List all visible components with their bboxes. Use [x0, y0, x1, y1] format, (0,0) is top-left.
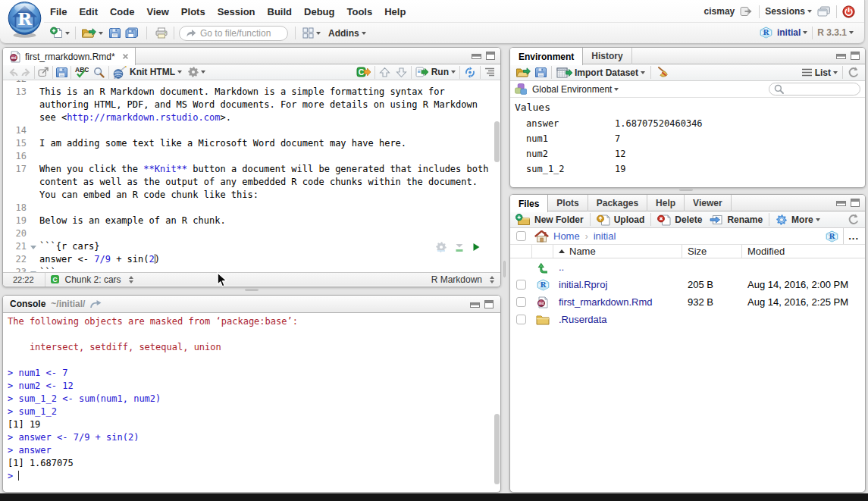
tab-history[interactable]: History — [583, 48, 631, 64]
back-icon[interactable] — [8, 67, 19, 77]
menu-tools[interactable]: Tools — [340, 6, 378, 17]
new-file-button[interactable] — [50, 27, 70, 39]
column-header-size[interactable]: Size — [682, 245, 742, 258]
column-header-modified[interactable]: Modified — [742, 245, 865, 258]
breadcrumb-folder[interactable]: initial — [594, 230, 616, 242]
menu-plots[interactable]: Plots — [175, 6, 212, 17]
upload-button[interactable]: Upload — [597, 214, 645, 226]
splitter-source-console[interactable] — [245, 289, 259, 291]
menu-session[interactable]: Session — [212, 6, 262, 17]
file-row-initial-Rproj[interactable]: R initial.Rproj205 BAug 14, 2016, 2:00 P… — [510, 276, 865, 293]
menu-help[interactable]: Help — [378, 6, 412, 17]
file-checkbox[interactable] — [516, 280, 526, 290]
file-name-link[interactable]: first_rmarkdown.Rmd — [559, 296, 653, 308]
save-icon[interactable] — [109, 27, 121, 39]
tab-packages[interactable]: Packages — [588, 195, 647, 211]
editor-scrollbar[interactable] — [494, 121, 500, 162]
environment-search[interactable] — [769, 83, 860, 96]
sign-out-icon[interactable] — [740, 6, 754, 17]
prev-chunk-icon[interactable] — [379, 67, 390, 78]
goto-file-search[interactable]: Go to file/function — [179, 26, 288, 41]
path-ellipsis-button[interactable]: ... — [848, 230, 859, 242]
fold-arrow-icon[interactable] — [30, 246, 36, 249]
clear-workspace-icon[interactable] — [656, 67, 669, 79]
spellcheck-icon[interactable]: ABC — [74, 66, 89, 78]
variable-row-answer[interactable]: answer1.68707520460346 — [510, 116, 865, 131]
menu-edit[interactable]: Edit — [73, 6, 104, 17]
menu-code[interactable]: Code — [104, 6, 141, 17]
fold-arrow-icon[interactable] — [30, 271, 36, 272]
addins-menu[interactable]: Addins — [328, 28, 366, 39]
knit-settings-button[interactable] — [188, 67, 205, 77]
sessions-menu[interactable]: Sessions — [765, 6, 812, 17]
new-session-icon[interactable] — [817, 6, 831, 17]
console-output[interactable]: The following objects are masked from ‘p… — [3, 313, 500, 492]
refresh-icon[interactable] — [848, 67, 860, 79]
tab-files[interactable]: Files — [510, 195, 548, 212]
breadcrumb-home[interactable]: Home — [553, 230, 580, 242]
load-workspace-icon[interactable] — [515, 67, 531, 78]
variable-row-sum_1_2[interactable]: sum_1_219 — [510, 161, 865, 177]
menu-view[interactable]: View — [140, 6, 174, 17]
project-menu[interactable]: initial — [777, 27, 807, 38]
maximize-pane-icon[interactable] — [486, 52, 495, 60]
variable-row-num1[interactable]: num17 — [510, 131, 865, 146]
document-outline-icon[interactable] — [484, 67, 495, 77]
splitter-columns[interactable] — [503, 261, 506, 277]
next-chunk-icon[interactable] — [396, 67, 407, 78]
list-view-button[interactable]: List — [801, 67, 838, 78]
file-name-link[interactable]: initial.Rproj — [559, 279, 607, 290]
code-editor[interactable]: 1213This is an R Markdown document. Mark… — [3, 80, 500, 272]
r-version-menu[interactable]: R 3.3.1 — [817, 27, 854, 38]
console-scrollbar[interactable] — [494, 414, 500, 484]
forward-icon[interactable] — [20, 67, 31, 77]
file-row--[interactable]: .. — [510, 258, 865, 276]
pane-layout-button[interactable] — [302, 27, 321, 39]
column-header-name[interactable]: Name — [553, 245, 682, 258]
minimize-pane-icon[interactable] — [470, 300, 480, 308]
new-folder-button[interactable]: New Folder — [515, 214, 584, 226]
chunk-options-gear-icon[interactable] — [436, 242, 447, 252]
file-checkbox[interactable] — [516, 315, 526, 324]
open-file-button[interactable] — [81, 27, 103, 39]
tab-first-rmarkdown[interactable]: md first_rmarkdown.Rmd* — [3, 48, 136, 65]
rerun-icon[interactable] — [464, 67, 476, 78]
home-icon[interactable] — [534, 230, 549, 243]
tab-plots[interactable]: Plots — [548, 195, 588, 211]
splitter-env-files[interactable] — [679, 189, 693, 191]
import-dataset-button[interactable]: Import Dataset — [556, 67, 645, 78]
menu-file[interactable]: File — [44, 6, 73, 17]
save-workspace-icon[interactable] — [535, 67, 547, 78]
run-button[interactable]: Run — [415, 67, 456, 77]
run-chunk-icon[interactable] — [472, 243, 480, 252]
save-all-icon[interactable] — [125, 27, 139, 39]
tab-help[interactable]: Help — [647, 195, 685, 211]
more-button[interactable]: More — [776, 214, 820, 226]
close-tab-icon[interactable] — [122, 52, 129, 62]
file-row--Ruserdata[interactable]: .Ruserdata — [510, 311, 865, 328]
compile-notebook-icon[interactable]: C — [356, 67, 371, 77]
find-replace-icon[interactable] — [93, 67, 105, 78]
file-name-link[interactable]: .. — [559, 261, 564, 273]
environment-scope-selector[interactable]: Global Environment — [532, 84, 619, 95]
minimize-pane-icon[interactable] — [836, 199, 846, 207]
print-icon[interactable] — [155, 27, 168, 39]
tab-viewer[interactable]: Viewer — [685, 195, 731, 211]
run-chunks-above-icon[interactable] — [455, 243, 464, 252]
maximize-pane-icon[interactable] — [851, 52, 860, 60]
console-popout-icon[interactable] — [89, 299, 102, 308]
file-row-first-rmarkdown-Rmd[interactable]: md first_rmarkdown.Rmd932 BAug 14, 2016,… — [510, 293, 865, 311]
open-in-new-window-icon[interactable] — [38, 67, 49, 77]
minimize-pane-icon[interactable] — [472, 52, 481, 60]
select-all-checkbox[interactable] — [516, 231, 526, 241]
quit-session-icon[interactable] — [842, 5, 855, 18]
file-type-selector[interactable]: R Markdown — [431, 274, 494, 285]
delete-button[interactable]: Delete — [657, 214, 702, 226]
knit-button[interactable]: s Knit HTML — [113, 66, 182, 79]
refresh-icon[interactable] — [848, 214, 860, 226]
file-checkbox[interactable] — [516, 297, 526, 307]
tab-environment[interactable]: Environment — [510, 48, 583, 65]
maximize-pane-icon[interactable] — [484, 300, 494, 308]
minimize-pane-icon[interactable] — [836, 52, 846, 60]
variable-row-num2[interactable]: num212 — [510, 146, 865, 161]
